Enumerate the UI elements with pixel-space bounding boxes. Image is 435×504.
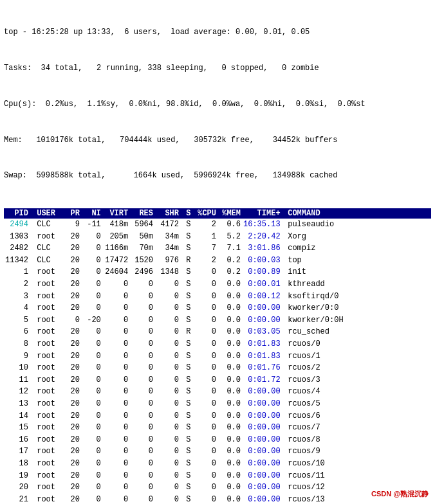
cell-ni: 0 <box>82 266 100 278</box>
cell-virt: 0 <box>100 302 130 314</box>
table-row: 10 root 20 0 0 0 0 S 0 0.0 0:01.76 rcuos… <box>4 362 431 374</box>
cell-pr: 20 <box>64 255 82 267</box>
cell-time: 0:00.12 <box>243 291 282 303</box>
cell-shr: 0 <box>156 446 181 458</box>
cell-s: S <box>181 458 192 470</box>
cell-res: 0 <box>130 458 156 470</box>
cell-s: S <box>181 219 192 231</box>
info-line-2: Tasks: 34 total, 2 running, 338 sleeping… <box>4 62 431 75</box>
cell-virt: 0 <box>100 422 130 434</box>
cell-s: S <box>181 470 192 482</box>
cell-user: root <box>31 362 64 374</box>
cell-s: S <box>181 482 192 494</box>
cell-cmd: rcuos/3 <box>282 374 431 386</box>
table-row: 14 root 20 0 0 0 0 S 0 0.0 0:00.00 rcuos… <box>4 410 431 422</box>
cell-res: 0 <box>130 410 156 422</box>
cell-res: 0 <box>130 494 156 504</box>
cell-cmd: rcuos/0 <box>282 338 431 350</box>
cell-res: 0 <box>130 374 156 386</box>
cell-time: 0:00.00 <box>243 302 282 314</box>
cell-cpu: 0 <box>192 291 218 303</box>
cell-cpu: 0 <box>192 278 218 291</box>
cell-pr: 20 <box>64 231 82 243</box>
terminal-window: top - 16:25:28 up 13:33, 6 users, load a… <box>0 0 435 504</box>
cell-shr: 34m <box>156 242 181 255</box>
cell-ni: 0 <box>82 458 100 470</box>
cell-ni: 0 <box>82 242 100 255</box>
cell-res: 0 <box>130 302 156 314</box>
cell-res: 70m <box>130 242 156 255</box>
cell-cpu: 0 <box>192 386 218 398</box>
cell-cmd: rcuos/9 <box>282 446 431 458</box>
cell-virt: 0 <box>100 291 130 303</box>
cell-pid: 4 <box>4 302 31 314</box>
cell-res: 0 <box>130 314 156 327</box>
cell-cpu: 0 <box>192 410 218 422</box>
table-row: 17 root 20 0 0 0 0 S 0 0.0 0:00.00 rcuos… <box>4 446 431 458</box>
cell-shr: 0 <box>156 494 181 504</box>
cell-user: root <box>31 350 64 363</box>
cell-mem: 0.0 <box>218 398 243 410</box>
cell-s: S <box>181 278 192 291</box>
cell-mem: 0.0 <box>218 422 243 434</box>
cell-user: CLC <box>31 255 64 267</box>
cell-pid: 1 <box>4 266 31 278</box>
cell-pid: 13 <box>4 398 31 410</box>
table-row: 11342 CLC 20 0 17472 1520 976 R 2 0.2 0:… <box>4 255 431 267</box>
cell-shr: 0 <box>156 314 181 327</box>
cell-time: 0:00.00 <box>243 410 282 422</box>
table-row: 2482 CLC 20 0 1166m 70m 34m S 7 7.1 3:01… <box>4 242 431 255</box>
cell-cpu: 0 <box>192 338 218 350</box>
cell-cpu: 0 <box>192 482 218 494</box>
cell-cmd: ksoftirqd/0 <box>282 291 431 303</box>
cell-shr: 0 <box>156 362 181 374</box>
cell-pr: 20 <box>64 434 82 446</box>
cell-cpu: 0 <box>192 374 218 386</box>
cell-res: 0 <box>130 386 156 398</box>
cell-cpu: 0 <box>192 458 218 470</box>
cell-s: S <box>181 291 192 303</box>
cell-ni: 0 <box>82 494 100 504</box>
cell-pr: 20 <box>64 374 82 386</box>
cell-s: S <box>181 362 192 374</box>
info-line-3: Cpu(s): 0.2%us, 1.1%sy, 0.0%ni, 98.8%id,… <box>4 98 431 111</box>
cell-virt: 0 <box>100 278 130 291</box>
cell-cmd: kworker/0:0H <box>282 314 431 327</box>
cell-user: root <box>31 326 64 338</box>
table-row: 20 root 20 0 0 0 0 S 0 0.0 0:00.00 rcuos… <box>4 482 431 494</box>
cell-res: 50m <box>130 231 156 243</box>
cell-pid: 2482 <box>4 242 31 255</box>
cell-s: S <box>181 231 192 243</box>
cell-user: root <box>31 446 64 458</box>
cell-cmd: compiz <box>282 242 431 255</box>
cell-cmd: rcu_sched <box>282 326 431 338</box>
table-row: 8 root 20 0 0 0 0 S 0 0.0 0:01.83 rcuos/… <box>4 338 431 350</box>
cell-mem: 5.2 <box>218 231 243 243</box>
cell-mem: 0.0 <box>218 338 243 350</box>
cell-shr: 0 <box>156 350 181 363</box>
cell-virt: 24604 <box>100 266 130 278</box>
table-row: 18 root 20 0 0 0 0 S 0 0.0 0:00.00 rcuos… <box>4 458 431 470</box>
cell-user: CLC <box>31 219 64 231</box>
cell-time: 0:03.05 <box>243 326 282 338</box>
cell-s: S <box>181 386 192 398</box>
cell-pid: 6 <box>4 326 31 338</box>
cell-mem: 0.0 <box>218 278 243 291</box>
cell-cmd: kworker/0:0 <box>282 302 431 314</box>
cell-virt: 0 <box>100 386 130 398</box>
cell-ni: -20 <box>82 314 100 327</box>
cell-time: 0:00.00 <box>243 398 282 410</box>
header-pid: PID <box>4 209 31 218</box>
cell-res: 5964 <box>130 219 156 231</box>
cell-pr: 20 <box>64 302 82 314</box>
cell-time: 0:00.00 <box>243 446 282 458</box>
table-row: 4 root 20 0 0 0 0 S 0 0.0 0:00.00 kworke… <box>4 302 431 314</box>
cell-pr: 20 <box>64 494 82 504</box>
cell-time: 0:01.76 <box>243 362 282 374</box>
cell-mem: 0.6 <box>218 219 243 231</box>
cell-s: R <box>181 326 192 338</box>
cell-virt: 0 <box>100 494 130 504</box>
cell-shr: 0 <box>156 470 181 482</box>
cell-cmd: rcuos/1 <box>282 350 431 363</box>
cell-virt: 205m <box>100 231 130 243</box>
